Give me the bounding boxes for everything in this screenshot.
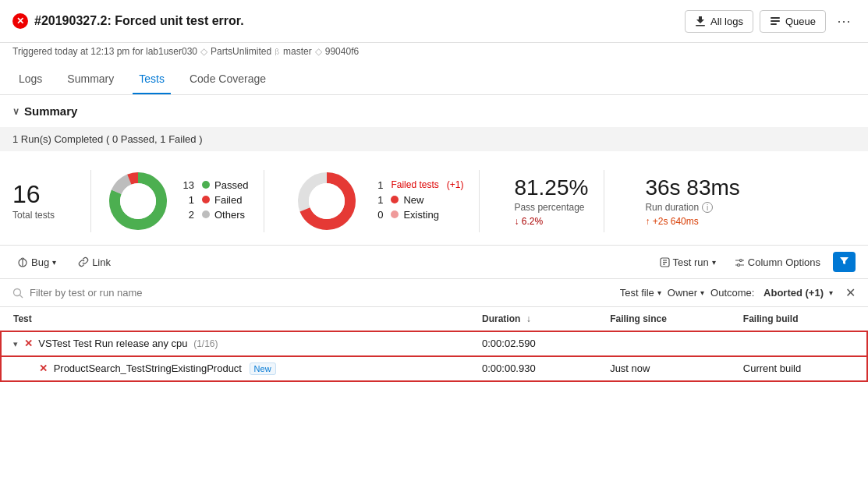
legend-failed-tests: 1 Failed tests (+1): [370, 179, 463, 191]
filter-text-input[interactable]: [30, 287, 186, 299]
tab-bar: Logs Summary Tests Code Coverage: [0, 65, 868, 95]
error-icon: ✕: [12, 13, 28, 29]
all-tests-legend: 13 Passed 1 Failed 2 Others: [182, 179, 248, 224]
svg-line-19: [20, 295, 23, 298]
summary-header[interactable]: ∨ Summary: [12, 104, 856, 118]
new-dot: [391, 196, 399, 203]
queue-icon: [770, 16, 781, 27]
build-title-text: Forced unit test error.: [112, 14, 244, 27]
test-run-button[interactable]: Test run ▾: [654, 253, 722, 271]
legend-failed: 1 Failed: [182, 194, 248, 206]
failed-tests-donut: 1 Failed tests (+1) 1 New 0 Existing: [296, 170, 463, 232]
test-file-filter[interactable]: Test file ▾: [620, 287, 661, 299]
build-id: #20190327.2:: [34, 14, 112, 27]
svg-rect-3: [771, 23, 777, 25]
svg-rect-1: [771, 17, 780, 19]
more-options-button[interactable]: ⋯: [832, 9, 856, 33]
filter-button[interactable]: [833, 252, 856, 272]
run-duration-change: ↑ +2s 640ms: [645, 216, 739, 227]
failed-dot: [202, 196, 210, 203]
run-duration-label: Run duration i: [645, 202, 739, 213]
tab-logs[interactable]: Logs: [12, 65, 48, 94]
table-body: ▾ ✕ VSTest Test Run release any cpu (1/1…: [1, 331, 867, 382]
bug-button[interactable]: Bug ▾: [12, 253, 61, 271]
toolbar-left: Bug ▾ Link: [12, 253, 115, 271]
svg-rect-2: [771, 20, 780, 22]
all-tests-donut: 13 Passed 1 Failed 2 Others: [107, 170, 248, 232]
pass-percentage-number: 81.25%: [514, 175, 588, 200]
stats-row: 16 Total tests 13 Passed 1: [0, 157, 868, 245]
col-duration-header[interactable]: Duration ↓: [469, 307, 597, 331]
chevron-icon: ∨: [12, 106, 19, 117]
owner-filter[interactable]: Owner ▾: [668, 287, 704, 299]
toolbar: Bug ▾ Link Test run ▾ Column Options: [0, 245, 868, 279]
expand-arrow[interactable]: ▾: [13, 339, 18, 348]
bug-icon: [17, 256, 28, 267]
column-options-button[interactable]: Column Options: [728, 253, 827, 271]
col-failing-since-header: Failing since: [597, 307, 731, 331]
pass-percentage-label: Pass percentage: [514, 202, 588, 213]
test-group-duration: 0:00:02.590: [469, 331, 597, 356]
svg-rect-0: [696, 25, 705, 27]
table-row: ✕ ProductSearch_TestStringExistingProduc…: [1, 356, 867, 382]
all-tests-donut-chart: [107, 170, 169, 232]
pass-percentage-change: ↓ 6.2%: [514, 216, 588, 227]
svg-point-11: [309, 183, 345, 219]
test-group-count: (1/16): [193, 338, 218, 349]
col-test-header[interactable]: Test: [1, 307, 469, 331]
legend-others: 2 Others: [182, 209, 248, 221]
outcome-filter[interactable]: Outcome: Aborted (+1) ▾: [710, 287, 833, 299]
toolbar-right: Test run ▾ Column Options: [654, 252, 856, 272]
test-child-failing-build: Current build: [731, 356, 867, 382]
summary-section: ∨ Summary: [0, 95, 868, 121]
test-run-icon: [660, 257, 670, 267]
queue-button[interactable]: Queue: [760, 10, 826, 33]
header-right: All logs Queue ⋯: [685, 9, 856, 33]
build-title: #20190327.2: Forced unit test error.: [34, 14, 244, 28]
subtitle: Triggered today at 12:13 pm for lab1user…: [0, 43, 868, 65]
link-button[interactable]: Link: [73, 253, 115, 271]
run-completed-bar: 1 Run(s) Completed ( 0 Passed, 1 Failed …: [0, 127, 868, 151]
tab-code-coverage[interactable]: Code Coverage: [183, 65, 272, 94]
vertical-divider-3: [479, 170, 480, 232]
tab-summary[interactable]: Summary: [61, 65, 120, 94]
test-group-failing-build: [731, 331, 867, 356]
legend-existing: 0 Existing: [370, 209, 463, 221]
summary-title: Summary: [24, 104, 77, 118]
all-logs-button[interactable]: All logs: [685, 10, 753, 33]
filter-input-area: [12, 287, 620, 299]
header: ✕ #20190327.2: Forced unit test error. A…: [0, 0, 868, 43]
pass-percentage-stat: 81.25% Pass percentage ↓ 6.2%: [514, 175, 588, 227]
test-results-table: Test Duration ↓ Failing since Failing bu…: [0, 307, 868, 382]
test-group-name: VSTest Test Run release any cpu: [38, 338, 187, 349]
test-child-duration: 0:00:00.930: [469, 356, 597, 382]
close-filter-button[interactable]: ✕: [845, 285, 856, 300]
failed-donut-chart: [296, 170, 358, 232]
legend-passed: 13 Passed: [182, 179, 248, 191]
header-left: ✕ #20190327.2: Forced unit test error.: [12, 13, 244, 29]
test-group-name-cell: ▾ ✕ VSTest Test Run release any cpu (1/1…: [1, 331, 469, 356]
new-badge: New: [250, 362, 276, 375]
existing-dot: [391, 210, 399, 218]
info-icon[interactable]: i: [702, 202, 713, 213]
test-child-name-cell: ✕ ProductSearch_TestStringExistingProduc…: [1, 356, 469, 382]
column-options-icon: [735, 257, 745, 267]
col-failing-build-header: Failing build: [731, 307, 867, 331]
legend-new: 1 New: [370, 194, 463, 206]
tab-tests[interactable]: Tests: [133, 65, 171, 94]
vertical-divider-2: [264, 170, 264, 232]
failed-legend: 1 Failed tests (+1) 1 New 0 Existing: [370, 179, 463, 224]
run-duration-stat: 36s 83ms Run duration i ↑ +2s 640ms: [645, 175, 739, 227]
filter-right: Test file ▾ Owner ▾ Outcome: Aborted (+1…: [620, 285, 856, 300]
table-header: Test Duration ↓ Failing since Failing bu…: [1, 307, 867, 331]
total-tests-number: 16: [12, 182, 75, 207]
test-group-failing-since: [597, 331, 731, 356]
total-tests-stat: 16 Total tests: [12, 182, 75, 221]
run-duration-number: 36s 83ms: [645, 175, 739, 200]
passed-dot: [202, 181, 210, 189]
search-icon: [12, 288, 23, 299]
vertical-divider-1: [90, 170, 91, 232]
sort-icon: ↓: [526, 313, 531, 324]
total-tests-label: Total tests: [12, 210, 75, 221]
others-dot: [202, 210, 210, 218]
